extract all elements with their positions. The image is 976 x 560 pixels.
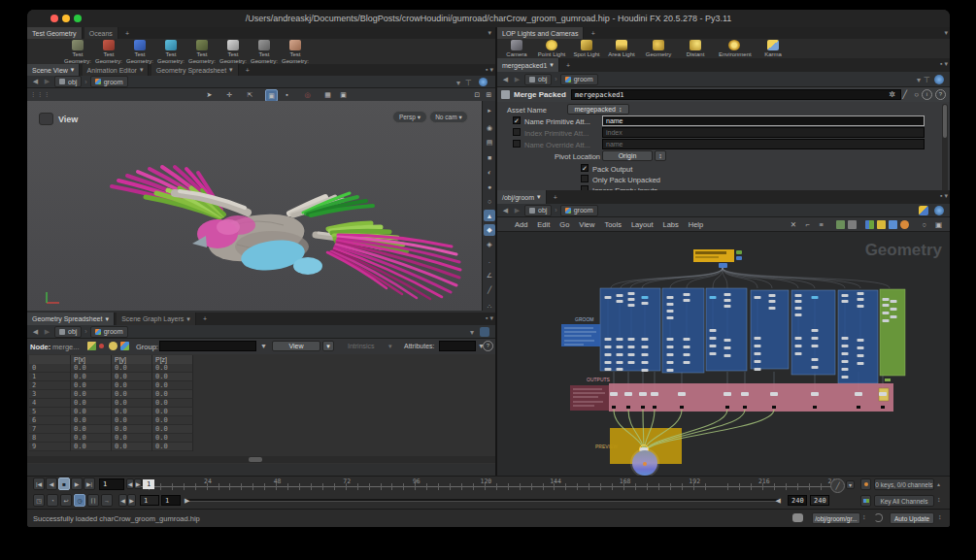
wrench-icon[interactable]: ✕ — [791, 220, 796, 229]
value-cell[interactable]: 0.0 — [152, 373, 193, 381]
value-cell[interactable]: 0.0 — [112, 364, 152, 373]
view-eye-icon[interactable]: ◉ — [484, 122, 495, 134]
viewport-flipbook-icon[interactable] — [39, 113, 53, 125]
help-icon[interactable]: ? — [935, 89, 946, 100]
value-cell[interactable]: 0.0 — [112, 381, 152, 390]
range-end-field[interactable]: 240 — [788, 495, 807, 506]
shelf-add-tab-button[interactable]: + — [587, 27, 600, 39]
tab-mergepacked1[interactable]: mergepacked1▾ — [497, 58, 559, 72]
value-cell[interactable]: 0.0 — [152, 434, 193, 443]
range-end-jump[interactable]: ▶ — [127, 494, 136, 507]
list-icon[interactable]: ≡ — [820, 220, 824, 229]
prims-mode-icon[interactable] — [99, 344, 104, 348]
refresh-icon[interactable] — [874, 513, 883, 522]
shelf-tool[interactable]: Area Light — [606, 39, 637, 58]
range-slider-right-handle[interactable]: ◀ — [776, 496, 781, 505]
flipbook-icon[interactable]: ▦ — [322, 89, 333, 100]
row-index-cell[interactable]: 4 — [29, 399, 71, 408]
pane-add-tab-button[interactable]: + — [549, 190, 562, 204]
shelf-tab-test-geometry[interactable]: Test Geometry — [27, 27, 83, 39]
radial-menu-icon[interactable] — [479, 78, 488, 86]
menu-labs[interactable]: Labs — [662, 220, 678, 229]
menu-layout[interactable]: Layout — [631, 220, 654, 229]
snapshot-tool-icon[interactable]: ▪ — [282, 89, 292, 100]
grid-color-icon[interactable] — [836, 220, 845, 229]
value-cell[interactable]: 0.0 — [152, 425, 193, 434]
pane-add-tab-button[interactable]: + — [198, 313, 212, 325]
particles-icon[interactable]: ∴ — [484, 301, 495, 313]
help-icon[interactable]: ? — [483, 341, 493, 351]
back-icon[interactable]: ◀ — [501, 76, 510, 83]
viewport-3d[interactable]: View Persp▾ No cam▾ — [27, 101, 482, 311]
image-icon[interactable]: ▣ — [935, 220, 942, 229]
lock-icon[interactable]: ■ — [484, 151, 495, 163]
radial-menu-icon[interactable] — [934, 75, 944, 84]
menu-tools[interactable]: Tools — [604, 220, 622, 229]
asset-name-dropdown[interactable]: mergepacked↕ — [567, 104, 629, 115]
export-channels-icon[interactable]: ◳ — [33, 494, 45, 507]
value-cell[interactable]: 0.0 — [71, 425, 112, 434]
frame-step-back[interactable]: ◀ — [126, 478, 134, 489]
pencil-blue-icon[interactable] — [889, 220, 897, 229]
key-all-channels-button[interactable]: Key All Channels — [874, 495, 934, 507]
name-override-field[interactable]: name — [602, 139, 925, 149]
value-cell[interactable]: 0.0 — [152, 408, 193, 416]
value-cell[interactable]: 0.0 — [152, 399, 193, 408]
index-prim-checkbox[interactable] — [513, 128, 521, 136]
value-cell[interactable]: 0.0 — [112, 373, 152, 381]
light-icon[interactable]: ○ — [484, 195, 495, 207]
menu-add[interactable]: Add — [515, 220, 527, 229]
root-node[interactable] — [719, 263, 727, 268]
radial-menu-icon[interactable] — [934, 206, 944, 215]
pane-corner-controls[interactable]: ▪ ▾ — [486, 314, 493, 322]
vertex-mode-icon[interactable] — [120, 342, 129, 350]
range-start2-field[interactable]: 1 — [161, 495, 181, 506]
forward-icon[interactable]: ▶ — [43, 78, 51, 85]
value-cell[interactable]: 0.0 — [112, 425, 152, 434]
range-end2-field[interactable]: 240 — [810, 495, 829, 506]
forward-icon[interactable]: ▶ — [513, 207, 522, 214]
value-cell[interactable]: 0.0 — [112, 399, 152, 408]
value-cell[interactable]: 0.0 — [152, 381, 193, 390]
value-cell[interactable]: 0.0 — [71, 443, 112, 451]
scrollbar-thumb[interactable] — [943, 105, 947, 138]
value-cell[interactable]: 0.0 — [71, 364, 112, 373]
network-canvas[interactable]: Geometry GROOM — [497, 232, 950, 476]
value-cell[interactable]: 0.0 — [152, 364, 193, 373]
shelf-add-tab-button[interactable]: + — [120, 27, 134, 39]
tab-geometry-spreadsheet[interactable]: Geometry Spreadsheet▾ — [27, 313, 115, 325]
detail-mode-icon[interactable] — [109, 342, 118, 350]
auto-update-spinner-icon[interactable]: ↕ — [938, 513, 942, 520]
pack-output-checkbox[interactable]: ✓ — [581, 164, 589, 172]
path-root-chip[interactable]: obj — [54, 326, 82, 338]
name-prim-field[interactable]: name — [602, 115, 925, 126]
shelf-overflow-icon[interactable]: ▾ — [488, 29, 491, 37]
hierarchy-icon[interactable]: ⌐ — [806, 220, 810, 229]
range-start-field[interactable]: 1 — [140, 495, 159, 506]
layout-quad-icon[interactable]: ⊞ — [484, 89, 494, 100]
realtime-toggle-icon[interactable]: ◷ — [74, 494, 85, 507]
col-header-px[interactable]: P[x] — [71, 355, 112, 364]
shelf-tab-lop-lights[interactable]: LOP Lights and Cameras — [497, 27, 584, 39]
range-start-jump[interactable]: ◀ — [118, 494, 127, 507]
render-ring-icon[interactable]: ◎ — [302, 89, 313, 100]
row-index-cell[interactable]: 7 — [29, 425, 71, 434]
layout-single-icon[interactable]: ⊡ — [472, 89, 483, 100]
path-node-chip[interactable]: groom — [90, 76, 128, 87]
geometry-display-icon[interactable]: ◆ — [484, 224, 495, 236]
current-frame-field[interactable]: 1 — [99, 478, 124, 490]
col-header-pz[interactable]: P[z] — [152, 355, 193, 364]
path-node-chip[interactable]: groom — [90, 326, 128, 338]
auto-update-dropdown[interactable]: Auto Update — [890, 512, 934, 524]
shade-mode-icon[interactable]: ▤ — [484, 137, 495, 148]
value-cell[interactable]: 0.0 — [112, 434, 152, 443]
node-name-field[interactable]: mergepacked1 — [571, 89, 901, 100]
view-dropdown-arrow[interactable]: ▾ — [322, 341, 334, 351]
row-index-cell[interactable]: 6 — [29, 416, 71, 425]
handles-tool-icon[interactable]: ⇱ — [245, 89, 255, 100]
menu-view[interactable]: View — [579, 220, 594, 229]
keyframe-icon[interactable] — [860, 478, 871, 490]
menu-edit[interactable]: Edit — [537, 220, 550, 229]
shelf-tool[interactable]: Spot Light — [571, 39, 602, 58]
value-cell[interactable]: 0.0 — [112, 390, 152, 399]
